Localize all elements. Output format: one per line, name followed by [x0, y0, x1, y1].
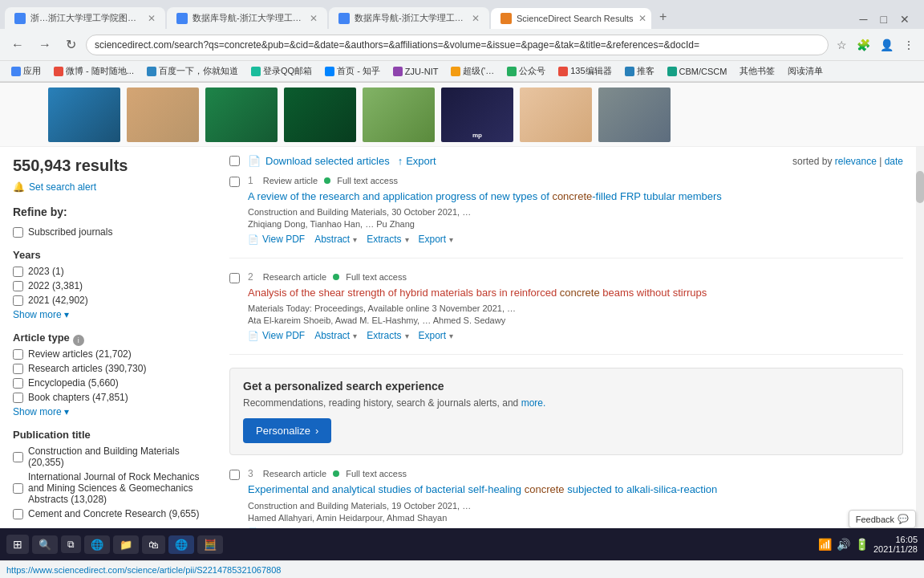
article-1-pdf-btn[interactable]: 📄 View PDF: [248, 234, 305, 245]
start-button[interactable]: ⊞: [6, 535, 29, 554]
book-cover-3[interactable]: [205, 88, 278, 142]
profile-button[interactable]: 👤: [877, 35, 897, 55]
battery-icon[interactable]: 🔋: [855, 538, 869, 551]
years-show-more[interactable]: Show more ▾: [13, 309, 204, 320]
bookmark-135[interactable]: 135编辑器: [553, 63, 616, 79]
pub-cement-checkbox[interactable]: [13, 509, 23, 519]
extensions-button[interactable]: 🧩: [853, 35, 873, 55]
type-book-chapters[interactable]: Book chapters (47,851): [13, 392, 204, 403]
year-2022[interactable]: 2022 (3,381): [13, 280, 204, 291]
book-cover-5[interactable]: [363, 88, 435, 142]
bookmark-weibo[interactable]: 微博 - 随时随地...: [49, 63, 139, 79]
article-3-title[interactable]: Experimental and analytical studies of b…: [248, 482, 903, 497]
search-taskbar-button[interactable]: 🔍: [32, 535, 58, 554]
book-cover-7[interactable]: [520, 88, 592, 142]
type-encyclopedia-checkbox[interactable]: [13, 378, 23, 389]
pub-cement[interactable]: Cement and Concrete Research (9,655): [13, 508, 204, 519]
year-2023-checkbox[interactable]: [13, 267, 23, 277]
maximize-button[interactable]: □: [877, 10, 890, 29]
article-3-title-link[interactable]: Experimental and analytical studies of b…: [248, 483, 717, 495]
bookmark-other[interactable]: 其他书签: [735, 63, 780, 79]
article-type-show-more[interactable]: Show more ▾: [13, 406, 204, 417]
pub-construction[interactable]: Construction and Building Materials (20,…: [13, 446, 204, 468]
article-1-abstract-btn[interactable]: Abstract ▾: [314, 234, 357, 245]
tab-4[interactable]: ScienceDirect Search Results ✕: [491, 8, 651, 29]
article-2-abstract-btn[interactable]: Abstract ▾: [314, 330, 357, 341]
personalize-more-link[interactable]: more.: [521, 397, 546, 409]
article-1-title-link[interactable]: A review of the research and application…: [248, 190, 722, 202]
type-book-chapters-checkbox[interactable]: [13, 393, 23, 403]
export-button[interactable]: ↑ Export: [398, 155, 436, 167]
type-review[interactable]: Review articles (21,702): [13, 348, 204, 360]
tab-3-close[interactable]: ✕: [472, 13, 480, 24]
sort-relevance-link[interactable]: relevance: [835, 156, 877, 167]
tab-4-close[interactable]: ✕: [638, 13, 646, 24]
scrollbar[interactable]: [916, 147, 924, 578]
url-input[interactable]: [86, 35, 829, 55]
bookmarks-star-button[interactable]: ☆: [833, 35, 850, 55]
taskview-button[interactable]: ⧉: [61, 535, 81, 553]
search-alert[interactable]: 🔔 Set search alert: [13, 181, 204, 193]
tab-2-close[interactable]: ✕: [310, 13, 318, 24]
year-2021[interactable]: 2021 (42,902): [13, 295, 204, 306]
article-2-pdf-btn[interactable]: 📄 View PDF: [248, 330, 305, 341]
type-research[interactable]: Research articles (390,730): [13, 363, 204, 374]
pub-rock-checkbox[interactable]: [13, 483, 23, 494]
personalize-button[interactable]: Personalize ›: [243, 418, 331, 443]
article-3-checkbox[interactable]: [229, 470, 240, 480]
tab-2[interactable]: 数据库导航-浙江大学理工学… ✕: [167, 7, 327, 29]
article-2-export-btn[interactable]: Export ▾: [419, 330, 454, 341]
new-tab-button[interactable]: +: [653, 5, 673, 29]
bookmark-cbm[interactable]: CBM/CSCM: [663, 65, 732, 78]
select-all-checkbox[interactable]: [229, 156, 240, 166]
tab-1[interactable]: 浙…浙江大学理工学院图书馆书与信… ✕: [5, 7, 165, 29]
article-2-checkbox[interactable]: [229, 273, 240, 283]
article-1-extracts-btn[interactable]: Extracts ▾: [367, 234, 408, 245]
subscribed-checkbox[interactable]: [13, 227, 23, 238]
menu-button[interactable]: ⋮: [900, 35, 918, 55]
book-cover-2[interactable]: [127, 88, 199, 142]
article-2-title[interactable]: Analysis of the shear strength of hybrid…: [248, 286, 903, 300]
article-1-export-btn[interactable]: Export ▾: [419, 234, 454, 245]
article-1-title[interactable]: A review of the research and application…: [248, 189, 903, 204]
feedback-button[interactable]: Feedback 💬: [849, 510, 916, 528]
bookmark-apps[interactable]: 应用: [6, 63, 46, 79]
tab-3[interactable]: 数据库导航-浙江大学理工学校… ✕: [329, 7, 489, 29]
year-2023[interactable]: 2023 (1): [13, 266, 204, 277]
store-taskbar[interactable]: 🛍: [142, 535, 165, 554]
download-selected-button[interactable]: 📄 Download selected articles: [248, 155, 390, 167]
bookmark-gongzhonghao[interactable]: 公众号: [502, 63, 550, 79]
bookmark-reading[interactable]: 阅读清单: [783, 63, 828, 79]
bookmark-qq[interactable]: 登录QQ邮箱: [246, 63, 317, 79]
explorer-taskbar[interactable]: 📁: [113, 535, 139, 554]
article-2-extracts-btn[interactable]: Extracts ▾: [367, 330, 408, 341]
forward-button[interactable]: →: [34, 35, 56, 55]
type-encyclopedia[interactable]: Encyclopedia (5,660): [13, 377, 204, 389]
type-review-checkbox[interactable]: [13, 349, 23, 360]
tab-1-close[interactable]: ✕: [148, 13, 156, 24]
bookmark-chao[interactable]: 超级('…: [446, 63, 499, 79]
type-research-checkbox[interactable]: [13, 364, 23, 374]
bookmark-baidu[interactable]: 百度一下，你就知道: [142, 63, 243, 79]
chrome-taskbar[interactable]: 🌐: [168, 535, 194, 554]
bookmark-zhihu[interactable]: 首页 - 知乎: [320, 63, 385, 79]
book-cover-4[interactable]: [284, 88, 356, 142]
network-icon[interactable]: 📶: [818, 538, 832, 551]
book-cover-6[interactable]: mp: [441, 88, 513, 142]
minimize-button[interactable]: ─: [857, 10, 871, 29]
edge-taskbar[interactable]: 🌐: [84, 535, 110, 554]
article-type-info-icon[interactable]: i: [73, 335, 84, 346]
refresh-button[interactable]: ↻: [61, 34, 81, 55]
pub-rock[interactable]: International Journal of Rock Mechanics …: [13, 471, 204, 505]
book-cover-1[interactable]: [48, 88, 120, 142]
volume-icon[interactable]: 🔊: [837, 538, 850, 551]
scrollbar-thumb[interactable]: [916, 171, 924, 203]
back-button[interactable]: ←: [6, 35, 29, 55]
article-1-checkbox[interactable]: [229, 177, 240, 187]
pub-construction-checkbox[interactable]: [13, 452, 23, 462]
bookmark-tuike[interactable]: 推客: [620, 63, 659, 79]
sort-date-link[interactable]: date: [885, 156, 903, 167]
calculator-taskbar[interactable]: 🧮: [197, 535, 223, 554]
filter-subscribed-item[interactable]: Subscribed journals: [13, 226, 204, 238]
book-cover-8[interactable]: [598, 88, 671, 142]
